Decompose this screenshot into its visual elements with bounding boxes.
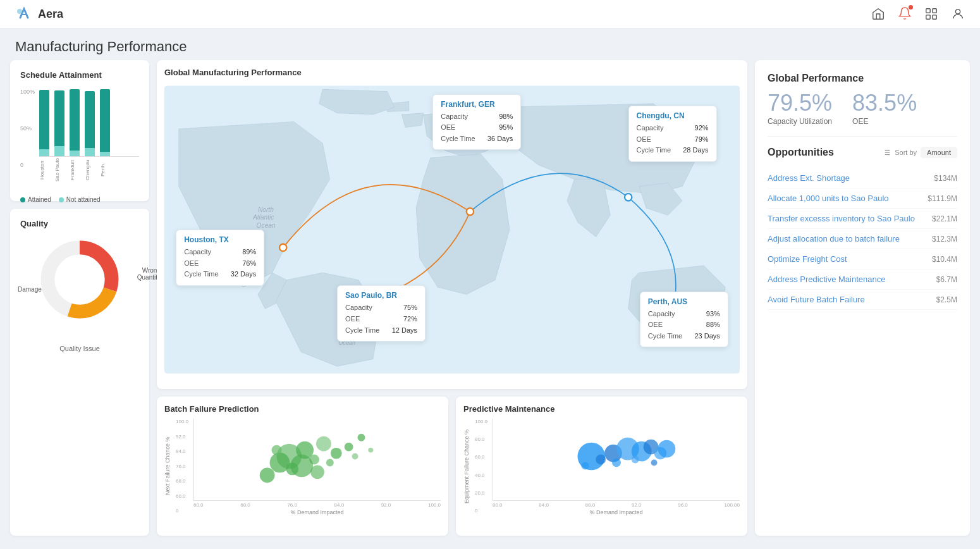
svg-point-0: [17, 9, 22, 14]
opp-label-2[interactable]: Transfer excesss inventory to Sao Paulo: [768, 214, 915, 223]
attainment-chart: 100% 50% 0: [20, 87, 139, 188]
quality-card: Quality Damage WrongQuantity Quality Iss…: [10, 209, 149, 536]
svg-point-16: [260, 467, 275, 483]
svg-point-27: [352, 453, 358, 460]
batch-failure-title: Batch Failure Prediction: [164, 404, 441, 414]
opp-amount-5: $6.7M: [936, 275, 957, 284]
metrics-row: 79.5% Capacity Utilization 83.5% OEE: [768, 92, 957, 126]
map-card: Global Manufacturing Performance: [157, 60, 747, 389]
frankfurt-capacity: Capacity98%: [441, 111, 513, 123]
page-title-area: Manufacturing Performance: [0, 28, 980, 60]
houston-name: Houston, TX: [184, 235, 256, 244]
logo-area: Aera: [15, 5, 63, 23]
not-attained-label: Not attained: [66, 196, 101, 203]
predictive-maintenance-chart: Equipment Failure Chance % 100.0 80.0 60…: [463, 419, 740, 514]
svg-point-22: [290, 455, 313, 478]
predictive-maintenance-card: Predictive Maintenance Equipment Failure…: [456, 397, 747, 536]
svg-point-31: [368, 448, 373, 453]
opp-label-5[interactable]: Address Predictive Maintenance: [768, 274, 885, 284]
dot-chengdu: [625, 194, 632, 200]
legend-not-attained: Not attained: [59, 196, 101, 203]
tooltip-houston: Houston, TX Capacity89% OEE76% Cycle Tim…: [176, 230, 264, 286]
bar-saoPaulo: [54, 90, 64, 156]
svg-text:Atlantic: Atlantic: [252, 214, 274, 221]
quality-issue-label: Quality Issue: [29, 345, 130, 352]
oee-label: OEE: [852, 117, 917, 126]
opp-label-0[interactable]: Address Ext. Shortage: [768, 173, 850, 183]
bar-chengdu: [85, 91, 95, 156]
bell-icon[interactable]: [898, 6, 912, 20]
houston-oee: OEE76%: [184, 258, 256, 269]
batch-y-label: Next Failure Chance %: [164, 419, 173, 514]
batch-failure-card: Batch Failure Prediction Next Failure Ch…: [157, 397, 448, 536]
not-attained-dot: [59, 197, 64, 202]
pred-scatter-svg: [493, 419, 740, 500]
main-layout: Schedule Attainment 100% 50% 0: [0, 60, 980, 546]
right-panel: Global Performance 79.5% Capacity Utiliz…: [755, 60, 970, 536]
x-perth: Perth: [100, 158, 110, 182]
bar-perth: [100, 89, 110, 156]
svg-point-43: [581, 462, 589, 469]
sort-amount-button[interactable]: Amount: [921, 147, 957, 158]
y-label-50: 50%: [20, 125, 35, 132]
middle-panel: Global Manufacturing Performance: [157, 60, 747, 536]
opp-label-3[interactable]: Adjust allocation due to batch failure: [768, 234, 900, 244]
opp-item-2: Transfer excesss inventory to Sao Paulo …: [768, 209, 957, 229]
global-performance-title: Global Performance: [768, 73, 957, 84]
svg-text:North: North: [258, 206, 274, 213]
perth-oee: OEE88%: [648, 319, 720, 331]
map-container: North Atlantic Ocean South Pacific Ocean: [164, 82, 740, 377]
svg-point-26: [345, 443, 353, 452]
batch-scatter-svg: [194, 419, 441, 500]
frankfurt-oee: OEE95%: [441, 122, 513, 133]
tooltip-frankfurt: Frankfurt, GER Capacity98% OEE95% Cycle …: [432, 94, 521, 151]
damage-label: Damage: [18, 286, 42, 293]
saoPaulo-oee: OEE72%: [345, 314, 417, 325]
left-panel: Schedule Attainment 100% 50% 0: [10, 60, 149, 536]
chengdu-oee: OEE79%: [637, 134, 709, 145]
opp-label-4[interactable]: Optimize Freight Cost: [768, 254, 847, 264]
sort-by-group: Sort by Amount: [882, 147, 957, 158]
svg-point-25: [326, 459, 334, 467]
opp-amount-2: $22.1M: [932, 214, 957, 223]
bottom-charts: Batch Failure Prediction Next Failure Ch…: [157, 397, 747, 536]
opp-amount-1: $111.9M: [928, 194, 957, 203]
svg-point-42: [651, 460, 658, 466]
chengdu-cycle: Cycle Time28 Days: [637, 145, 709, 156]
svg-rect-2: [933, 9, 936, 13]
perth-cycle: Cycle Time23 Days: [648, 331, 720, 342]
bar-frankfurt: [70, 89, 80, 156]
schedule-attainment-card: Schedule Attainment 100% 50% 0: [10, 60, 149, 201]
svg-point-39: [596, 455, 606, 465]
capacity-value: 79.5%: [768, 92, 832, 114]
user-icon[interactable]: [951, 7, 965, 21]
opp-amount-4: $10.4M: [932, 255, 957, 264]
svg-point-40: [658, 440, 675, 458]
svg-point-38: [612, 459, 621, 467]
oee-value: 83.5%: [852, 92, 917, 114]
opp-label-1[interactable]: Allocate 1,000 units to Sao Paulo: [768, 194, 889, 203]
opp-label-6[interactable]: Avoid Future Batch Failure: [768, 295, 865, 304]
perth-capacity: Capacity93%: [648, 309, 720, 320]
chengdu-capacity: Capacity92%: [637, 123, 709, 134]
x-frankfurt: Frankfurt: [70, 158, 80, 182]
home-icon[interactable]: [871, 7, 885, 21]
divider: [768, 136, 957, 137]
grid-icon[interactable]: [924, 7, 938, 21]
tooltip-saoPaulo: Sao Paulo, BR Capacity75% OEE72% Cycle T…: [337, 285, 426, 342]
opp-amount-0: $134M: [934, 174, 957, 183]
svg-point-28: [310, 465, 324, 479]
chengdu-name: Chengdu, CN: [637, 111, 709, 120]
y-label-100: 100%: [20, 89, 35, 95]
quality-title: Quality: [20, 219, 139, 228]
saoPaulo-cycle: Cycle Time12 Days: [345, 325, 417, 336]
sort-icon: [882, 148, 891, 157]
attainment-legend: Attained Not attained: [20, 196, 139, 203]
bar-houston: [39, 90, 49, 156]
saoPaulo-name: Sao Paulo, BR: [345, 291, 417, 300]
svg-point-30: [358, 434, 365, 441]
opp-item-6: Avoid Future Batch Failure $2.5M: [768, 290, 957, 310]
notification-bell[interactable]: [898, 6, 912, 22]
opp-item-4: Optimize Freight Cost $10.4M: [768, 249, 957, 269]
aera-logo-icon: [15, 5, 33, 23]
